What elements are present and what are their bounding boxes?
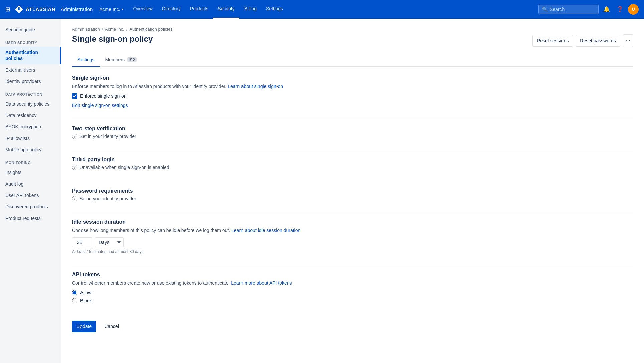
section-sso: Single sign-on Enforce members to log in… [72, 75, 633, 108]
third-party-title: Third-party login [72, 157, 633, 163]
nav-security[interactable]: Security [213, 0, 239, 19]
tab-settings[interactable]: Settings [72, 54, 100, 67]
search-icon: 🔍 [542, 7, 548, 12]
logo-area: ⊞ ATLASSIAN [5, 5, 55, 14]
enforce-sso-checkbox[interactable] [72, 93, 77, 99]
idle-duration-row: Days Hours Minutes [72, 237, 633, 247]
two-step-info-text: Set in your identity provider [79, 134, 136, 139]
idle-learn-link[interactable]: Learn about idle session duration [231, 228, 300, 233]
search-placeholder: Search [550, 7, 565, 12]
sidebar-item-byok-encryption[interactable]: BYOK encryption [0, 121, 61, 132]
idle-unit-select[interactable]: Days Hours Minutes [95, 237, 124, 247]
cancel-button[interactable]: Cancel [100, 321, 123, 332]
password-title: Password requirements [72, 188, 633, 194]
api-tokens-allow-radio[interactable] [72, 290, 77, 295]
sso-learn-link[interactable]: Learn about single sign-on [228, 84, 283, 89]
divider-1 [72, 119, 633, 119]
atlassian-logo: ATLASSIAN [14, 5, 55, 14]
api-tokens-block-label[interactable]: Block [80, 298, 92, 303]
divider-5 [72, 265, 633, 265]
section-two-step: Two-step verification i Set in your iden… [72, 126, 633, 139]
atlassian-text: ATLASSIAN [26, 6, 55, 12]
breadcrumb-sep-2: / [126, 27, 128, 32]
search-box[interactable]: 🔍 Search [538, 5, 599, 14]
grid-icon[interactable]: ⊞ [5, 6, 10, 13]
members-count-badge: 913 [127, 57, 137, 62]
page-tabs: Settings Members 913 [72, 54, 633, 67]
idle-duration-input[interactable] [72, 237, 92, 247]
sidebar-section-monitoring: Monitoring [0, 155, 61, 167]
two-step-info: i Set in your identity provider [72, 134, 633, 139]
sidebar-item-data-residency[interactable]: Data residency [0, 110, 61, 121]
sidebar-item-insights[interactable]: Insights [0, 167, 61, 178]
breadcrumb: Administration / Acme Inc. / Authenticat… [72, 27, 633, 32]
top-navigation: ⊞ ATLASSIAN Administration Acme Inc. ▾ O… [0, 0, 644, 19]
info-icon-2: i [72, 165, 77, 170]
sidebar-item-ip-allowlists[interactable]: IP allowlists [0, 133, 61, 144]
idle-hint: At least 15 minutes and at most 30 days [72, 249, 633, 254]
org-name: Acme Inc. [99, 7, 120, 12]
app-layout: Security guide User Security Authenticat… [0, 19, 644, 363]
tab-members[interactable]: Members 913 [100, 54, 143, 67]
sidebar-item-external-users[interactable]: External users [0, 64, 61, 76]
third-party-info-text: Unavailable when single sign-on is enabl… [79, 165, 169, 170]
divider-4 [72, 212, 633, 212]
password-info: i Set in your identity provider [72, 196, 633, 201]
app-name: Administration [61, 6, 93, 12]
nav-billing[interactable]: Billing [239, 0, 261, 19]
org-selector[interactable]: Acme Inc. ▾ [99, 7, 123, 12]
help-icon[interactable]: ❓ [615, 4, 625, 15]
breadcrumb-org[interactable]: Acme Inc. [105, 27, 124, 32]
api-tokens-options: Allow Block [72, 290, 633, 303]
sidebar-item-audit-log[interactable]: Audit log [0, 178, 61, 190]
info-icon-1: i [72, 134, 77, 139]
third-party-info: i Unavailable when single sign-on is ena… [72, 165, 633, 170]
api-tokens-description: Control whether members create new or us… [72, 280, 633, 287]
password-info-text: Set in your identity provider [79, 196, 136, 201]
topnav-right: 🔍 Search 🔔 ❓ U [538, 4, 639, 15]
more-actions-button[interactable]: ··· [623, 34, 633, 47]
sidebar-item-data-security-policies[interactable]: Data security policies [0, 98, 61, 110]
page-title: Single sign-on policy [72, 34, 153, 44]
atlassian-diamond-icon [14, 5, 24, 14]
api-tokens-allow-row: Allow [72, 290, 633, 295]
footer-actions: Update Cancel [72, 314, 633, 332]
reset-sessions-button[interactable]: Reset sessions [532, 35, 573, 47]
api-tokens-block-radio[interactable] [72, 298, 77, 303]
idle-description: Choose how long members of this policy c… [72, 227, 633, 234]
edit-sso-link[interactable]: Edit single sign-on settings [72, 103, 128, 108]
enforce-sso-row: Enforce single sign-on [72, 93, 633, 99]
sidebar-item-user-api-tokens[interactable]: User API tokens [0, 190, 61, 201]
sidebar-item-security-guide[interactable]: Security guide [0, 24, 61, 35]
nav-products[interactable]: Products [185, 0, 213, 19]
sidebar-item-authentication-policies[interactable]: Authentication policies [0, 47, 61, 64]
sidebar-item-mobile-app-policy[interactable]: Mobile app policy [0, 144, 61, 155]
api-tokens-allow-label[interactable]: Allow [80, 290, 91, 295]
breadcrumb-sep-1: / [102, 27, 103, 32]
breadcrumb-auth-policies[interactable]: Authentication policies [129, 27, 172, 32]
sidebar: Security guide User Security Authenticat… [0, 19, 61, 363]
nav-settings[interactable]: Settings [261, 0, 288, 19]
breadcrumb-administration[interactable]: Administration [72, 27, 100, 32]
sidebar-item-identity-providers[interactable]: Identity providers [0, 76, 61, 87]
page-header: Single sign-on policy Reset sessions Res… [72, 34, 633, 47]
api-tokens-learn-link[interactable]: Learn more about API tokens [231, 280, 292, 286]
api-tokens-block-row: Block [72, 298, 633, 303]
page-actions: Reset sessions Reset passwords ··· [532, 34, 633, 47]
api-tokens-title: API tokens [72, 272, 633, 278]
section-third-party: Third-party login i Unavailable when sin… [72, 157, 633, 170]
user-avatar[interactable]: U [628, 4, 639, 15]
idle-title: Idle session duration [72, 219, 633, 225]
reset-passwords-button[interactable]: Reset passwords [576, 35, 620, 47]
section-idle-session: Idle session duration Choose how long me… [72, 219, 633, 254]
main-content: Administration / Acme Inc. / Authenticat… [61, 19, 644, 363]
sidebar-item-product-requests[interactable]: Product requests [0, 213, 61, 224]
sidebar-item-discovered-products[interactable]: Discovered products [0, 201, 61, 212]
notifications-icon[interactable]: 🔔 [601, 4, 612, 15]
nav-directory[interactable]: Directory [157, 0, 185, 19]
update-button[interactable]: Update [72, 321, 96, 332]
section-api-tokens: API tokens Control whether members creat… [72, 272, 633, 303]
org-chevron-icon: ▾ [122, 7, 123, 11]
enforce-sso-label[interactable]: Enforce single sign-on [80, 93, 127, 99]
nav-overview[interactable]: Overview [129, 0, 157, 19]
